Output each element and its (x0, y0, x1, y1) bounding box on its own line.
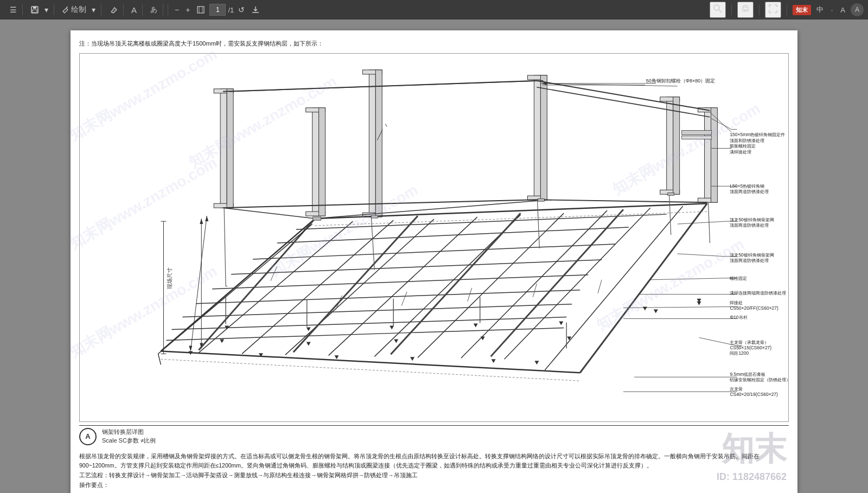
svg-rect-124 (668, 193, 674, 195)
print-button[interactable] (737, 2, 754, 18)
svg-text:铝缘安装螺栓固定（防锈处理）: 铝缘安装螺栓固定（防锈处理） (729, 377, 788, 382)
user-button[interactable]: A (851, 3, 864, 16)
sep2 (731, 4, 732, 15)
svg-line-3 (66, 7, 68, 8)
page-nav: − + /1 ↺ (173, 4, 262, 16)
svg-line-9 (719, 10, 722, 12)
svg-text:满焊连接两端两道防锈漆处理: 满焊连接两端两道防锈漆处理 (730, 290, 786, 295)
svg-text:150×5mm热镀锌角钢固定件: 150×5mm热镀锌角钢固定件 (730, 131, 785, 137)
main-content: 知末网www.znzmo.com 知末网www.znzmo.com 知末网www… (0, 20, 868, 493)
note-text: 注：当现场吊顶天花离楼板或圈梁高度大于1500mm时，需安装反支撑钢结构层，如下… (79, 39, 789, 49)
search-button[interactable] (710, 2, 726, 18)
toolbar: ☰ ▾ 绘制 ▾ A あ − + /1 ↺ (0, 0, 868, 20)
svg-rect-120 (682, 136, 712, 139)
svg-rect-28 (540, 75, 547, 199)
refresh-button[interactable]: ↺ (236, 4, 247, 15)
drawing-area: 50角钢卸扣螺栓（Φ8×80）固定 150×5mm热镀锌角钢固定件 顶面和防锈漆… (79, 53, 789, 422)
svg-text:螺栓固定: 螺栓固定 (730, 275, 747, 280)
eraser-group (104, 4, 124, 15)
recognize-button[interactable]: あ (148, 4, 159, 16)
save-button[interactable] (28, 4, 41, 15)
fullscreen-button[interactable] (765, 2, 781, 18)
operation-text: 操作要点： (79, 481, 789, 490)
download-button[interactable] (249, 4, 262, 15)
lang-zh[interactable]: 中 (814, 4, 826, 16)
drawing-symbol: A (79, 428, 97, 445)
svg-rect-20 (319, 107, 326, 215)
svg-rect-36 (711, 107, 717, 202)
svg-rect-122 (371, 215, 378, 218)
eraser-button[interactable] (107, 4, 120, 15)
page-total: /1 (228, 6, 234, 14)
svg-rect-33 (705, 107, 711, 202)
draw-button[interactable]: 绘制 (60, 4, 88, 16)
svg-text:间距1200: 间距1200 (730, 350, 749, 356)
svg-rect-24 (375, 70, 382, 216)
text-button[interactable]: A (129, 4, 139, 16)
drawing-container: 注：当现场吊顶天花离楼板或圈梁高度大于1500mm时，需安装反支撑钢结构层，如下… (79, 39, 789, 490)
svg-text:CS50×15(CS60×27): CS50×15(CS60×27) (730, 345, 771, 350)
svg-rect-123 (538, 199, 544, 201)
menu-button[interactable]: ☰ (8, 4, 19, 15)
svg-rect-1 (33, 7, 36, 9)
right-toolbar: 知末 中 · A A (710, 2, 864, 18)
svg-text:9.5mm低层石膏板: 9.5mm低层石膏板 (730, 372, 765, 377)
draw-dropdown[interactable]: ▾ (90, 4, 98, 15)
svg-text:顶面两道防锈漆处理: 顶面两道防锈漆处理 (730, 257, 769, 262)
svg-text:主龙骨（承载龙骨）: 主龙骨（承载龙骨） (730, 340, 769, 345)
draw-group: 绘制 ▾ (56, 4, 101, 16)
description-area: 根据吊顶龙骨的安装规律，采用槽钢及角钢骨架焊接的方式。在适当标高或可以侧龙骨生根… (79, 452, 789, 490)
sep3 (759, 4, 760, 15)
svg-rect-121 (313, 217, 321, 220)
svg-rect-11 (744, 9, 747, 11)
description-text: 根据吊顶龙骨的安装规律，采用槽钢及角钢骨架焊接的方式。在适当标高或可以侧龙骨生根… (79, 452, 789, 471)
sep4 (787, 4, 787, 15)
document-page: 知末网www.znzmo.com 知末网www.znzmo.com 知末网www… (71, 30, 797, 493)
svg-text:顶面两道防锈漆处理: 顶面两道防锈漆处理 (730, 189, 769, 194)
text-group: A (126, 4, 143, 16)
sep1 (168, 4, 168, 15)
drawing-title: 钢架转换层详图 (102, 428, 156, 436)
svg-rect-119 (682, 130, 712, 135)
zoom-in-button[interactable]: + (183, 4, 192, 15)
lang-en[interactable]: A (838, 5, 847, 15)
brand-badge: 知末 (793, 5, 811, 15)
svg-text:现场尺寸: 现场尺寸 (167, 267, 173, 289)
save-group: ▾ (25, 4, 54, 15)
recognize-group: あ (145, 4, 163, 16)
svg-rect-2 (33, 10, 37, 12)
svg-text:膨胀螺栓固定: 膨胀螺栓固定 (730, 143, 756, 149)
svg-text:顶龙50镀锌角钢骨架网: 顶龙50镀锌角钢骨架网 (730, 252, 774, 257)
svg-text:顶面两道防锈漆处理: 顶面两道防锈漆处理 (730, 222, 769, 228)
svg-text:50角钢卸扣螺栓（Φ8×80）固定: 50角钢卸扣螺栓（Φ8×80）固定 (646, 78, 715, 83)
svg-rect-29 (667, 97, 673, 194)
svg-rect-12 (82, 54, 786, 421)
svg-text:次龙骨: 次龙骨 (730, 386, 743, 392)
svg-text:顶面和防锈漆处理: 顶面和防锈漆处理 (730, 137, 764, 143)
draw-label: 绘制 (71, 5, 86, 15)
svg-text:满焊接处理: 满焊接处理 (730, 149, 751, 155)
svg-text:L50×5热镀锌角钢: L50×5热镀锌角钢 (730, 183, 764, 189)
svg-rect-17 (312, 107, 319, 215)
svg-rect-4 (197, 7, 204, 13)
save-dropdown[interactable]: ▾ (42, 4, 50, 15)
svg-text:Φ10吊杆: Φ10吊杆 (730, 314, 747, 319)
lang-dot: · (829, 5, 835, 15)
process-text: 工艺流程：转换支撑设计→钢骨架加工→活动脚手架搭设→测量放线→与原结构生根连接→… (79, 471, 789, 481)
svg-text:焊接处: 焊接处 (730, 299, 743, 305)
svg-rect-13 (220, 88, 227, 207)
svg-rect-21 (369, 70, 375, 216)
menu-group: ☰ (4, 4, 23, 15)
svg-point-8 (714, 5, 719, 10)
svg-rect-16 (227, 88, 233, 207)
zoom-out-button[interactable]: − (173, 4, 181, 15)
title-block: A 钢架转换层详图 Scale SC参数 ≠比例 (79, 425, 789, 447)
svg-text:CS40×20/19(CS60×27): CS40×20/19(CS60×27) (730, 392, 778, 397)
drawing-title-text: 钢架转换层详图 Scale SC参数 ≠比例 (102, 428, 156, 445)
page-current-input[interactable] (209, 4, 226, 16)
svg-rect-25 (534, 75, 540, 199)
drawing-scale: Scale SC参数 ≠比例 (102, 437, 156, 445)
svg-text:顶龙50镀锌角钢骨架网: 顶龙50镀锌角钢骨架网 (730, 217, 774, 222)
fit-button[interactable] (194, 4, 207, 15)
svg-text:CS50×20/FF(CS60×27): CS50×20/FF(CS60×27) (730, 305, 778, 310)
